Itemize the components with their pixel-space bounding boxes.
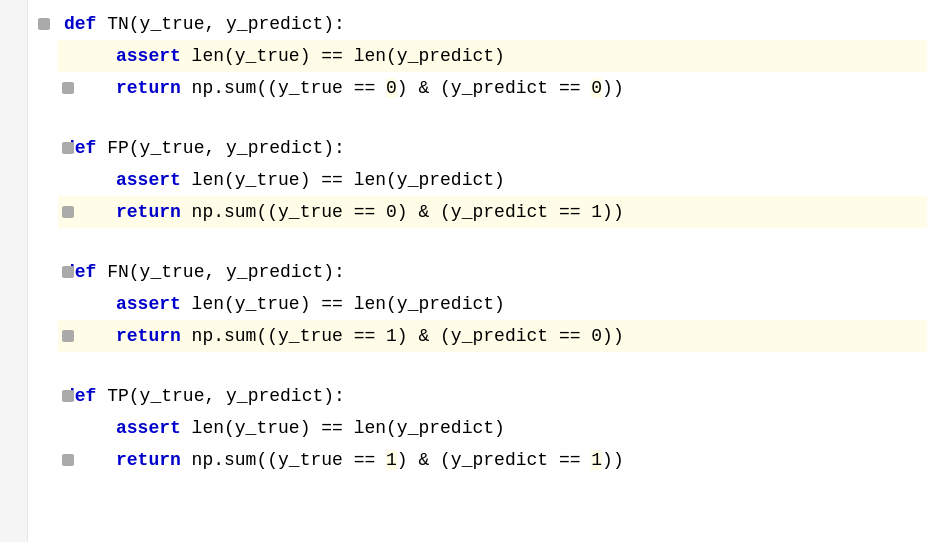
line-TN-def: def TN(y_true, y_predict): [58,8,927,40]
func-name: TN(y_true, y_predict): [107,14,345,34]
code-line: assert len(y_true) == len(y_predict) [58,164,505,196]
return-content-fp-2: ) & (y_predict == [397,202,591,222]
highlight-zero-fn: 0 [591,326,602,346]
assert-content: len(y_true) == len(y_predict) [181,46,505,66]
line-FN-assert: assert len(y_true) == len(y_predict) [58,288,927,320]
keyword-def: def [64,14,107,34]
highlight-one-fp: 1 [591,202,602,222]
collapse-icon-FN[interactable] [62,266,74,278]
code-line-highlighted: return np.sum((y_true == 0) & (y_predict… [58,196,927,228]
return-content-fn-2: ) & (y_predict == [397,326,591,346]
func-name-fn: FN(y_true, y_predict): [107,262,345,282]
keyword-return-tp: return [116,450,181,470]
code-editor: def TN(y_true, y_predict): assert len(y_… [0,0,927,542]
collapse-icon-TP[interactable] [62,390,74,402]
code-line: def FP(y_true, y_predict): [58,132,345,164]
indent [64,294,116,314]
marker-TN-def[interactable] [30,18,58,30]
return-content-fp-3: )) [602,202,624,222]
return-content-3: )) [602,78,624,98]
code-line: return np.sum((y_true == 0) & (y_predict… [58,72,624,104]
code-line: def TN(y_true, y_predict): [58,8,345,40]
return-content: np.sum((y_true == [181,78,386,98]
line-TP-assert: assert len(y_true) == len(y_predict) [58,412,927,444]
return-content-fn: np.sum((y_true == [181,326,386,346]
code-line: def TP(y_true, y_predict): [58,380,345,412]
return-content-2: ) & (y_predict == [397,78,591,98]
highlight-one-tp-1: 1 [386,450,397,470]
assert-content-fp: len(y_true) == len(y_predict) [181,170,505,190]
return-content-tp-3: )) [602,450,624,470]
collapse-icon-FN-return[interactable] [62,330,74,342]
spacer-1 [58,118,927,132]
indent [64,46,116,66]
highlight-zero-1: 0 [386,78,397,98]
highlight-zero-2: 0 [591,78,602,98]
line-TN-assert: assert len(y_true) == len(y_predict) [58,40,927,72]
block-FP: def FP(y_true, y_predict): assert len(y_… [58,132,927,228]
code-line: assert len(y_true) == len(y_predict) [58,288,505,320]
func-name-tp: TP(y_true, y_predict): [107,386,345,406]
keyword-assert-fn: assert [116,294,181,314]
keyword-return-fp: return [116,202,181,222]
code-line: assert len(y_true) == len(y_predict) [58,412,505,444]
line-FN-def: def FN(y_true, y_predict): [58,256,927,288]
code-line: def FN(y_true, y_predict): [58,256,345,288]
func-name-fp: FP(y_true, y_predict): [107,138,345,158]
return-content-fp: np.sum((y_true == [181,202,386,222]
collapse-icon-TN-return[interactable] [62,82,74,94]
spacer-3 [58,366,927,380]
keyword-return-fn: return [116,326,181,346]
keyword-assert-tp: assert [116,418,181,438]
collapse-icon-TN[interactable] [38,18,50,30]
line-FN-return: return np.sum((y_true == 1) & (y_predict… [58,320,927,352]
block-TP: def TP(y_true, y_predict): assert len(y_… [58,380,927,476]
highlight-zero-fp-1: 0 [386,202,397,222]
indent [64,418,116,438]
assert-content-tp: len(y_true) == len(y_predict) [181,418,505,438]
keyword-return: return [116,78,181,98]
line-FP-assert: assert len(y_true) == len(y_predict) [58,164,927,196]
code-line-highlighted: return np.sum((y_true == 1) & (y_predict… [58,320,927,352]
collapse-icon-FP-return[interactable] [62,206,74,218]
block-FN: def FN(y_true, y_predict): assert len(y_… [58,256,927,352]
assert-content-fn: len(y_true) == len(y_predict) [181,294,505,314]
code-line: return np.sum((y_true == 1) & (y_predict… [58,444,624,476]
code-content: def TN(y_true, y_predict): assert len(y_… [28,0,927,542]
highlight-one-fn-1: 1 [386,326,397,346]
indent [64,170,116,190]
code-line-highlighted: assert len(y_true) == len(y_predict) [58,40,927,72]
spacer-2 [58,242,927,256]
block-TN: def TN(y_true, y_predict): assert len(y_… [58,8,927,104]
keyword-assert-fp: assert [116,170,181,190]
keyword-assert: assert [116,46,181,66]
collapse-icon-TP-return[interactable] [62,454,74,466]
gutter [0,0,28,542]
highlight-one-tp-2: 1 [591,450,602,470]
line-FP-return: return np.sum((y_true == 0) & (y_predict… [58,196,927,228]
collapse-icon-FP[interactable] [62,142,74,154]
line-TN-return: return np.sum((y_true == 0) & (y_predict… [58,72,927,104]
line-FP-def: def FP(y_true, y_predict): [58,132,927,164]
return-content-fn-3: )) [602,326,624,346]
line-TP-def: def TP(y_true, y_predict): [58,380,927,412]
line-TP-return: return np.sum((y_true == 1) & (y_predict… [58,444,927,476]
return-content-tp: np.sum((y_true == [181,450,386,470]
return-content-tp-2: ) & (y_predict == [397,450,591,470]
